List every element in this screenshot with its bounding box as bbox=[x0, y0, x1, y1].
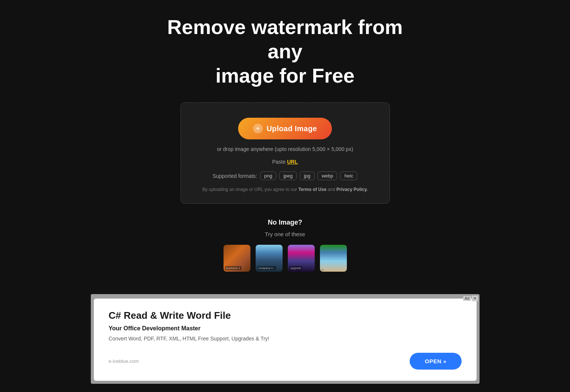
upload-button[interactable]: + Upload Image bbox=[238, 118, 332, 139]
format-webp: webp bbox=[317, 172, 337, 180]
ad-title: C# Read & Write Word File bbox=[109, 310, 462, 321]
sample-image-3[interactable] bbox=[288, 245, 315, 272]
ad-badge: Ad ✕ bbox=[463, 296, 478, 301]
ad-card: C# Read & Write Word File Your Office De… bbox=[94, 299, 477, 381]
upload-box: + Upload Image or drop image anywhere (u… bbox=[181, 102, 390, 204]
paste-url-row: Paste URL bbox=[272, 159, 298, 165]
paste-url-link[interactable]: URL bbox=[287, 159, 298, 165]
ad-close-button[interactable]: ✕ bbox=[472, 296, 478, 301]
formats-label: Supported formats: bbox=[213, 173, 257, 179]
sample-image-1[interactable] bbox=[224, 245, 250, 272]
plus-icon: + bbox=[253, 124, 263, 133]
format-jpg: jpg bbox=[300, 172, 314, 180]
ad-section: Ad ✕ C# Read & Write Word File Your Offi… bbox=[91, 294, 480, 384]
ad-domain: e-iceblue.com bbox=[109, 358, 139, 364]
sample-images-row bbox=[224, 245, 347, 272]
format-heic: heic bbox=[340, 172, 357, 180]
drop-text: or drop image anywhere (upto resolution … bbox=[217, 146, 353, 152]
privacy-link[interactable]: Privacy Policy. bbox=[336, 187, 368, 192]
ad-description: Convert Word, PDF, RTF, XML, HTML Free S… bbox=[109, 336, 462, 342]
sample-image-2[interactable] bbox=[256, 245, 283, 272]
terms-text: By uploading an image or URL you agree t… bbox=[202, 187, 368, 192]
ad-subtitle: Your Office Development Master bbox=[109, 325, 462, 332]
ad-footer: e-iceblue.com OPEN » bbox=[109, 353, 462, 370]
format-jpeg: jpeg bbox=[279, 172, 297, 180]
no-image-title: No Image? bbox=[268, 219, 302, 226]
page-wrapper: Remove watermark from any image for Free… bbox=[0, 0, 570, 384]
sample-image-4[interactable] bbox=[320, 245, 347, 272]
main-title: Remove watermark from any image for Free bbox=[154, 15, 416, 87]
ad-open-button[interactable]: OPEN » bbox=[410, 353, 461, 370]
no-image-section: No Image? Try one of these bbox=[224, 219, 347, 272]
terms-link[interactable]: Terms of Use bbox=[298, 187, 326, 192]
ad-label: Ad bbox=[463, 296, 471, 301]
format-png: png bbox=[260, 172, 277, 180]
try-one-text: Try one of these bbox=[265, 231, 305, 237]
formats-row: Supported formats: png jpeg jpg webp hei… bbox=[213, 172, 358, 180]
